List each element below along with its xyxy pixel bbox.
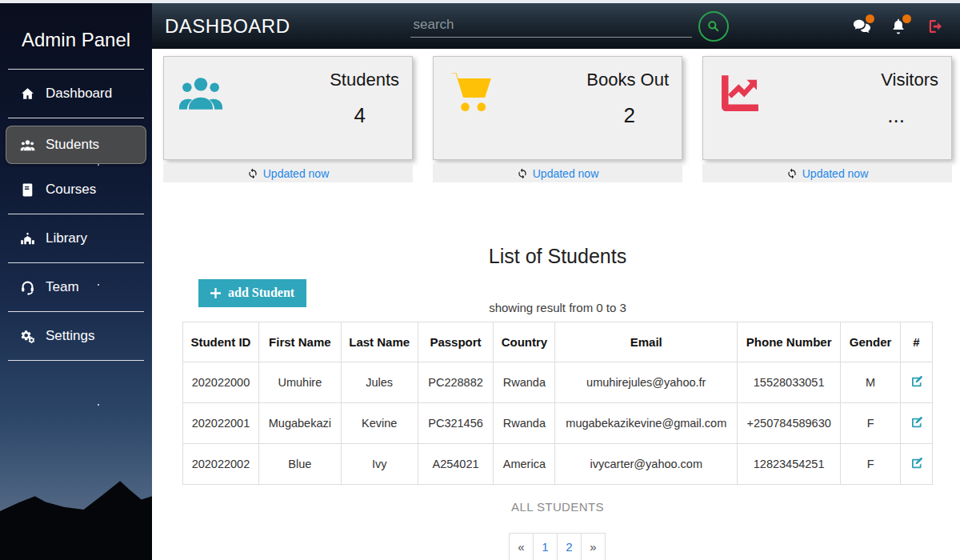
cell-last-name: Kevine bbox=[341, 403, 418, 444]
chart-line-icon bbox=[716, 70, 764, 159]
edit-row-button[interactable] bbox=[910, 415, 924, 430]
cart-icon bbox=[446, 70, 494, 159]
cell-phone: 15528033051 bbox=[738, 362, 841, 403]
sidebar: Admin Panel Dashboard Students Course bbox=[0, 3, 152, 560]
cell-phone: +250784589630 bbox=[738, 403, 841, 444]
sidebar-divider bbox=[8, 360, 144, 361]
cell-email: ivycarter@yahoo.com bbox=[555, 444, 738, 485]
users-icon bbox=[20, 138, 35, 153]
sidebar-item-settings[interactable]: Settings bbox=[0, 318, 152, 354]
students-card-body: Students 4 bbox=[163, 56, 413, 160]
col-header: First Name bbox=[258, 322, 341, 362]
add-student-label: add Student bbox=[228, 286, 294, 300]
pen-square-icon bbox=[910, 456, 924, 470]
card-updated-link[interactable]: Updated now bbox=[163, 164, 413, 182]
sidebar-item-label: Library bbox=[46, 230, 87, 246]
col-header: Phone Number bbox=[738, 322, 841, 362]
pagination: « 1 2 » bbox=[152, 533, 960, 560]
sidebar-item-students[interactable]: Students bbox=[6, 126, 146, 164]
pen-square-icon bbox=[910, 415, 924, 430]
cell-passport: PC228882 bbox=[418, 362, 494, 403]
cell-student-id: 202022000 bbox=[183, 362, 259, 403]
cell-last-name: Ivy bbox=[341, 444, 418, 485]
sidebar-divider bbox=[8, 214, 144, 214]
page-title: DASHBOARD bbox=[165, 15, 290, 38]
cell-email: mugabekazikevine@gmail.com bbox=[555, 403, 738, 444]
cell-first-name: Blue bbox=[258, 444, 341, 485]
cell-passport: A254021 bbox=[418, 444, 494, 485]
main-content: Students 4 Updated now bbox=[152, 49, 960, 560]
search-button[interactable] bbox=[698, 11, 729, 42]
headset-icon bbox=[20, 280, 35, 295]
refresh-icon bbox=[517, 168, 528, 179]
col-header: # bbox=[901, 322, 933, 362]
logout-button[interactable] bbox=[926, 18, 944, 35]
pagination-page-1[interactable]: 1 bbox=[533, 533, 558, 560]
table-row: 202022002 Blue Ivy A254021 America ivyca… bbox=[183, 444, 933, 485]
cell-student-id: 202022001 bbox=[183, 403, 259, 444]
edit-row-button[interactable] bbox=[910, 456, 924, 470]
pen-square-icon bbox=[910, 374, 924, 389]
all-students-label: ALL STUDENTS bbox=[152, 500, 960, 514]
bell-icon bbox=[890, 24, 907, 38]
col-header: Student ID bbox=[183, 322, 259, 362]
card-updated-link[interactable]: Updated now bbox=[702, 164, 952, 182]
sidebar-item-label: Courses bbox=[46, 182, 96, 198]
sidebar-item-label: Settings bbox=[46, 328, 94, 344]
students-card: Students 4 Updated now bbox=[163, 56, 413, 182]
home-icon bbox=[20, 86, 35, 102]
notification-badge bbox=[866, 14, 874, 23]
cell-phone: 12823454251 bbox=[738, 444, 841, 485]
sidebar-item-team[interactable]: Team bbox=[0, 269, 152, 306]
refresh-icon bbox=[247, 168, 258, 179]
comments-icon bbox=[853, 24, 870, 38]
topbar: DASHBOARD bbox=[152, 3, 960, 49]
sidebar-item-library[interactable]: Library bbox=[0, 220, 152, 257]
pagination-prev[interactable]: « bbox=[509, 533, 534, 560]
stat-cards: Students 4 Updated now bbox=[152, 49, 960, 182]
visitors-card-body: Visitors ... bbox=[702, 56, 952, 160]
cogs-icon bbox=[20, 329, 35, 344]
cell-passport: PC321456 bbox=[418, 403, 494, 444]
sidebar-item-label: Team bbox=[46, 279, 79, 295]
updated-now-label: Updated now bbox=[533, 167, 599, 180]
sidebar-divider bbox=[8, 262, 144, 263]
books-out-card: Books Out 2 Updated now bbox=[433, 56, 682, 182]
visitors-card: Visitors ... Updated now bbox=[702, 56, 952, 182]
school-icon bbox=[20, 231, 35, 246]
sidebar-item-courses[interactable]: Courses bbox=[0, 171, 152, 208]
cell-country: Rwanda bbox=[494, 403, 555, 444]
pagination-page-2[interactable]: 2 bbox=[557, 533, 582, 560]
messages-button[interactable] bbox=[853, 18, 870, 35]
plus-icon bbox=[210, 288, 221, 298]
col-header: Country bbox=[494, 322, 555, 362]
notification-badge bbox=[902, 14, 911, 23]
col-header: Last Name bbox=[341, 322, 418, 362]
cell-gender: M bbox=[841, 362, 901, 403]
card-value: ... bbox=[887, 103, 905, 128]
card-updated-link[interactable]: Updated now bbox=[433, 164, 682, 182]
cell-country: America bbox=[494, 444, 555, 485]
cell-gender: F bbox=[841, 444, 901, 485]
search-input[interactable] bbox=[410, 14, 692, 38]
pagination-next[interactable]: » bbox=[581, 533, 606, 560]
table-row: 202022000 Umuhire Jules PC228882 Rwanda … bbox=[183, 362, 933, 403]
alerts-button[interactable] bbox=[890, 18, 907, 35]
table-header-row: Student ID First Name Last Name Passport… bbox=[183, 322, 933, 362]
sidebar-title: Admin Panel bbox=[0, 3, 152, 69]
sidebar-item-dashboard[interactable]: Dashboard bbox=[0, 75, 152, 112]
card-label: Students bbox=[330, 70, 399, 90]
col-header: Email bbox=[555, 322, 738, 362]
search-icon bbox=[706, 18, 721, 34]
users-icon bbox=[177, 70, 225, 159]
add-student-button[interactable]: add Student bbox=[198, 279, 306, 307]
updated-now-label: Updated now bbox=[263, 167, 330, 180]
cell-email: umuhirejules@yahoo.fr bbox=[555, 362, 738, 403]
books-out-card-body: Books Out 2 bbox=[433, 56, 682, 160]
refresh-icon bbox=[786, 168, 798, 179]
sidebar-divider bbox=[8, 69, 144, 70]
updated-now-label: Updated now bbox=[802, 167, 869, 180]
card-value: 2 bbox=[624, 103, 635, 128]
students-table: Student ID First Name Last Name Passport… bbox=[182, 322, 933, 485]
edit-row-button[interactable] bbox=[910, 374, 924, 389]
